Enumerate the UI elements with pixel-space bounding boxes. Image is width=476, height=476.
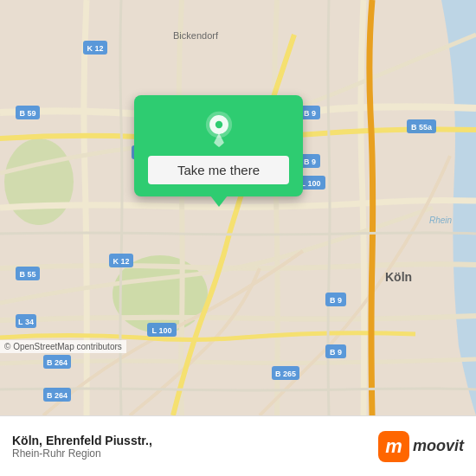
svg-point-40 xyxy=(215,121,222,128)
moovit-brand-text: moovit xyxy=(413,437,464,455)
svg-text:B 9: B 9 xyxy=(304,158,316,166)
take-me-there-button[interactable]: Take me there xyxy=(148,156,289,184)
svg-text:B 264: B 264 xyxy=(47,358,68,367)
svg-text:Bickendorf: Bickendorf xyxy=(173,30,219,41)
moovit-logo: m moovit xyxy=(378,431,464,462)
location-popup: Take me there xyxy=(134,95,303,196)
svg-text:B 9: B 9 xyxy=(330,348,342,357)
svg-text:B 264: B 264 xyxy=(47,391,68,400)
svg-text:B 9: B 9 xyxy=(304,109,316,118)
location-info: Köln, Ehrenfeld Piusstr., Rhein-Ruhr Reg… xyxy=(12,434,152,460)
map-attribution: © OpenStreetMap contributors xyxy=(0,340,126,353)
svg-text:L 34: L 34 xyxy=(18,318,34,326)
svg-text:B 265: B 265 xyxy=(275,370,296,378)
map-container: B 59 B 55 L 34 B 264 B 264 K 12 B 52 K 1… xyxy=(0,0,476,415)
svg-text:L 100: L 100 xyxy=(152,326,172,335)
svg-text:L 100: L 100 xyxy=(301,179,321,188)
map-background: B 59 B 55 L 34 B 264 B 264 K 12 B 52 K 1… xyxy=(0,0,476,415)
svg-text:K 12: K 12 xyxy=(87,44,103,53)
location-name: Köln, Ehrenfeld Piusstr., xyxy=(12,434,152,447)
location-region: Rhein-Ruhr Region xyxy=(12,447,152,460)
location-pin-icon xyxy=(201,111,237,147)
svg-point-2 xyxy=(4,138,74,225)
svg-text:K 12: K 12 xyxy=(113,257,129,266)
svg-text:B 55: B 55 xyxy=(19,270,35,279)
svg-text:B 55a: B 55a xyxy=(411,123,433,132)
svg-text:B 9: B 9 xyxy=(330,296,342,305)
moovit-m-icon: m xyxy=(378,431,409,462)
svg-text:B 59: B 59 xyxy=(19,109,35,118)
svg-text:Köln: Köln xyxy=(385,270,412,284)
bottom-bar: Köln, Ehrenfeld Piusstr., Rhein-Ruhr Reg… xyxy=(0,415,476,476)
svg-text:Rhein: Rhein xyxy=(429,215,453,225)
